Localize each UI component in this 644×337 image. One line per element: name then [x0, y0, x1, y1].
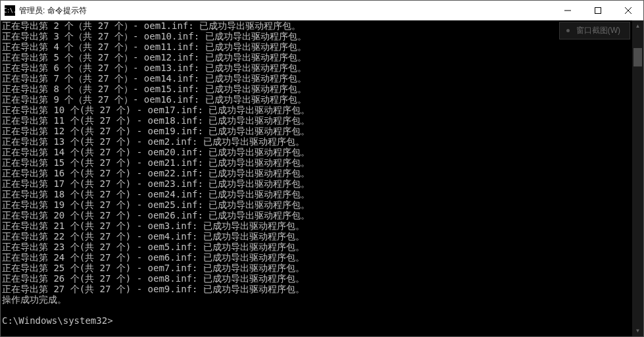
terminal-output[interactable]: 正在导出第 2 个（共 27 个）- oem1.inf: 已成功导出驱动程序包。…	[1, 20, 632, 336]
bullet-icon	[566, 29, 570, 32]
close-icon	[625, 7, 632, 14]
scroll-thumb[interactable]	[633, 48, 642, 66]
app-icon: C:\.	[5, 5, 15, 16]
svg-rect-1	[595, 8, 601, 14]
minimize-icon	[564, 7, 571, 14]
scroll-down-icon[interactable]: ▼	[632, 325, 643, 336]
minimize-button[interactable]	[553, 1, 583, 20]
close-button[interactable]	[613, 1, 643, 20]
window-controls	[553, 1, 643, 20]
tooltip-label: 窗口截图(W)	[576, 25, 620, 36]
scroll-up-icon[interactable]: ▲	[632, 20, 643, 32]
vertical-scrollbar[interactable]: ▲ ▼	[632, 20, 643, 336]
screenshot-tooltip[interactable]: 窗口截图(W)	[559, 22, 630, 39]
command-prompt-window: C:\. 管理员: 命令提示符 正在导出第 2 个（共 27 个）- oem1.…	[0, 0, 644, 337]
maximize-button[interactable]	[583, 1, 613, 20]
titlebar[interactable]: C:\. 管理员: 命令提示符	[1, 1, 643, 20]
terminal-area: 正在导出第 2 个（共 27 个）- oem1.inf: 已成功导出驱动程序包。…	[1, 20, 643, 336]
window-title: 管理员: 命令提示符	[19, 5, 553, 16]
maximize-icon	[595, 7, 601, 14]
